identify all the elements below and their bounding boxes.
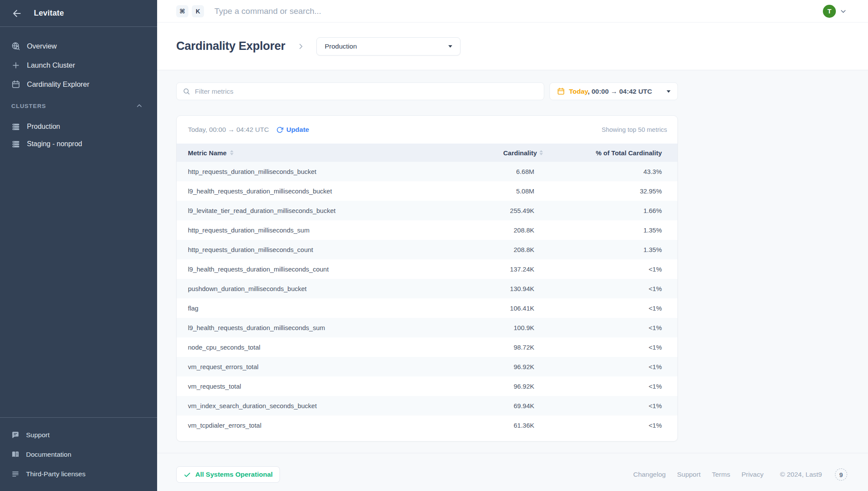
metric-name-cell: vm_request_errors_total [177,363,472,370]
metric-name-link[interactable]: node_cpu_seconds_total [188,344,260,351]
percent-cell: <1% [550,324,677,331]
cluster-selector-value: Production [325,43,357,50]
sidebar-nav-item[interactable]: Launch Cluster [0,56,157,75]
table-row[interactable]: http_requests_duration_milliseconds_coun… [177,240,677,259]
table-row[interactable]: l9_health_requests_duration_milliseconds… [177,318,677,337]
cluster-selector-dropdown[interactable]: Production [316,37,460,56]
k-key-badge: K [192,5,204,17]
percent-cell: <1% [550,285,677,292]
metric-name-link[interactable]: flag [188,304,198,312]
sidebar-nav-label: Cardinality Explorer [27,80,89,88]
percent-cell: <1% [550,402,677,409]
sidebar-nav-item[interactable]: Overview [0,36,157,56]
sidebar-cluster-item[interactable]: Staging - nonprod [0,135,157,153]
table-row[interactable]: flag 106.41K <1% [177,298,677,318]
footer-link[interactable]: Privacy [741,471,763,478]
topbar: ⌘ K T [157,0,868,23]
footer-link[interactable]: Support [677,471,700,478]
card-time-range-label: Today, 00:00 → 04:42 UTC [188,126,269,134]
showing-metrics-summary: Showing top 50 metrics [602,126,667,133]
cardinality-cell: 5.08M [472,187,550,195]
table-row[interactable]: l9_levitate_tier_read_duration_milliseco… [177,201,677,220]
metric-name-link[interactable]: pushdown_duration_milliseconds_bucket [188,285,307,292]
back-arrow-icon[interactable] [11,8,23,19]
chevron-right-icon [296,42,305,51]
metric-name-cell: l9_levitate_tier_read_duration_milliseco… [177,207,472,214]
table-header-row: Metric Name Cardinality % of Total Cardi… [177,144,677,162]
sidebar-footer-icon [11,470,20,478]
sidebar-nav-item[interactable]: Cardinality Explorer [0,75,157,94]
table-row[interactable]: vm_requests_total 96.92K <1% [177,376,677,396]
chevron-up-icon[interactable] [135,102,143,110]
metric-name-cell: flag [177,304,472,312]
column-label: Metric Name [188,149,227,157]
sidebar-footer-item[interactable]: Support [0,425,157,445]
table-row[interactable]: pushdown_duration_milliseconds_bucket 13… [177,279,677,298]
table-row[interactable]: vm_tcpdialer_errors_total 61.36K <1% [177,416,677,435]
metric-name-link[interactable]: vm_requests_total [188,383,241,390]
table-row[interactable]: l9_health_requests_duration_milliseconds… [177,259,677,279]
metric-name-link[interactable]: l9_health_requests_duration_milliseconds… [188,265,329,273]
sort-icon[interactable] [539,150,543,156]
app-window: Levitate Overview Launch Cluster Cardina… [0,0,868,491]
command-search-input[interactable] [214,7,823,16]
sidebar-nav-icon [11,42,20,51]
metric-name-cell: l9_health_requests_duration_milliseconds… [177,187,472,195]
time-range-picker[interactable]: Today, 00:00 → 04:42 UTC [549,82,678,100]
metric-name-link[interactable]: vm_tcpdialer_errors_total [188,422,261,429]
sort-icon[interactable] [230,150,233,156]
sidebar-footer-icon [11,450,20,458]
avatar[interactable]: T [823,5,836,18]
table-row[interactable]: http_requests_duration_milliseconds_buck… [177,162,677,181]
metric-name-link[interactable]: http_requests_duration_milliseconds_buck… [188,168,316,175]
column-header-metric-name[interactable]: Metric Name [177,149,472,157]
table-row[interactable]: vm_index_search_duration_seconds_bucket … [177,396,677,416]
update-button[interactable]: Update [276,126,309,134]
metric-name-link[interactable]: http_requests_duration_milliseconds_coun… [188,246,313,253]
percent-cell: <1% [550,422,677,429]
server-rack-icon [11,140,20,149]
content: Today, 00:00 → 04:42 UTC Today, 00:00 → … [157,70,868,491]
percent-cell: 32.95% [550,187,677,195]
cluster-label: Staging - nonprod [27,140,82,148]
sidebar-spacer [0,153,157,417]
table-row[interactable]: vm_request_errors_total 96.92K <1% [177,357,677,376]
chevron-down-icon[interactable] [839,7,847,15]
column-header-percent-total[interactable]: % of Total Cardinality [550,149,677,157]
time-range-highlight: Today [569,88,588,95]
percent-cell: <1% [550,304,677,312]
footer-link[interactable]: Changelog [633,471,666,478]
percent-cell: 1.35% [550,246,677,253]
metric-name-link[interactable]: vm_request_errors_total [188,363,259,370]
clusters-section-header[interactable]: CLUSTERS [0,97,157,115]
sidebar-footer-item[interactable]: Third-Party licenses [0,464,157,484]
metric-name-link[interactable]: l9_levitate_tier_read_duration_milliseco… [188,207,335,214]
table-row[interactable]: l9_health_requests_duration_milliseconds… [177,181,677,201]
column-header-cardinality[interactable]: Cardinality [472,149,550,157]
cardinality-cell: 61.36K [472,422,550,429]
sidebar-cluster-item[interactable]: Production [0,118,157,135]
filter-metrics-input[interactable] [195,88,538,95]
footer: All Systems Operational ChangelogSupport… [157,453,868,483]
cmd-key-badge: ⌘ [176,5,188,17]
metric-name-link[interactable]: l9_health_requests_duration_milliseconds… [188,324,325,331]
time-range-text: Today, 00:00 → 04:42 UTC [569,88,652,95]
system-status-button[interactable]: All Systems Operational [176,466,280,483]
cardinality-cell: 100.9K [472,324,550,331]
metric-name-link[interactable]: http_requests_duration_milliseconds_sum [188,226,309,234]
sidebar-footer-label: Support [26,431,49,439]
sidebar-footer-item[interactable]: Documentation [0,445,157,464]
percent-cell: <1% [550,265,677,273]
cardinality-cell: 137.24K [472,265,550,273]
footer-links: ChangelogSupportTermsPrivacy © 2024, Las… [633,468,847,481]
cardinality-cell: 6.68M [472,168,550,175]
metric-name-link[interactable]: l9_health_requests_duration_milliseconds… [188,187,332,195]
metric-name-link[interactable]: vm_index_search_duration_seconds_bucket [188,402,317,409]
metric-name-cell: http_requests_duration_milliseconds_buck… [177,168,472,175]
table-row[interactable]: http_requests_duration_milliseconds_sum … [177,220,677,240]
footer-link[interactable]: Terms [712,471,730,478]
table-row[interactable]: node_cpu_seconds_total 98.72K <1% [177,337,677,357]
sidebar-footer-label: Documentation [26,451,71,458]
percent-cell: 43.3% [550,168,677,175]
sidebar-footer-nav: Support Documentation Third-Party licens… [0,417,157,491]
